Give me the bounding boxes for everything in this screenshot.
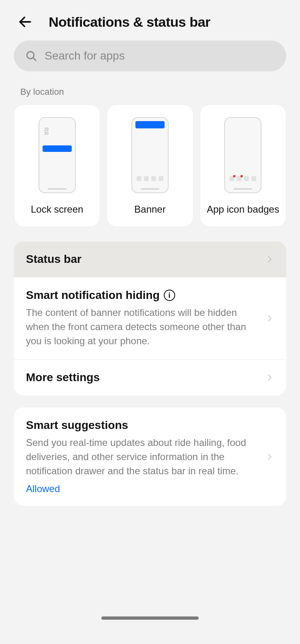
page-title: Notifications & status bar bbox=[49, 14, 210, 30]
card-title: Lock screen bbox=[31, 204, 83, 215]
search-bar[interactable] bbox=[14, 41, 286, 71]
svg-line-2 bbox=[33, 58, 36, 61]
phone-preview-badges bbox=[224, 117, 261, 193]
preview-clock-m: 30 bbox=[44, 131, 49, 136]
card-app-icon-badges[interactable]: App icon badges bbox=[200, 104, 286, 227]
row-status: Allowed bbox=[26, 483, 259, 495]
info-icon[interactable]: i bbox=[164, 290, 175, 301]
row-more-settings[interactable]: More settings bbox=[14, 359, 286, 395]
row-description: Send you real-time updates about ride ha… bbox=[26, 436, 259, 478]
row-title: More settings bbox=[26, 371, 259, 384]
row-smart-notification-hiding[interactable]: Smart notification hiding i The content … bbox=[14, 277, 286, 359]
chevron-right-icon bbox=[265, 373, 274, 382]
section-label-by-location: By location bbox=[20, 87, 300, 97]
row-status-bar[interactable]: Status bar bbox=[14, 241, 286, 277]
card-title: App icon badges bbox=[207, 204, 279, 215]
chevron-right-icon bbox=[265, 255, 274, 264]
search-input[interactable] bbox=[45, 49, 275, 62]
preview-notif-bar bbox=[43, 145, 72, 152]
row-title: Smart suggestions bbox=[26, 419, 259, 432]
settings-group-1: Status bar Smart notification hiding i T… bbox=[14, 241, 286, 395]
preview-homebar bbox=[234, 188, 252, 190]
row-description: The content of banner notifications will… bbox=[26, 306, 259, 348]
card-lock-screen[interactable]: 19 30 Lock screen bbox=[14, 104, 100, 227]
card-title: Banner bbox=[134, 204, 165, 215]
card-banner[interactable]: Banner bbox=[107, 104, 193, 227]
badge-dot-icon bbox=[240, 175, 243, 177]
preview-icon-row bbox=[225, 176, 261, 181]
location-cards-row: 19 30 Lock screen Banner A bbox=[0, 104, 300, 241]
row-title-text: Smart notification hiding bbox=[26, 289, 160, 302]
settings-group-2: Smart suggestions Send you real-time upd… bbox=[14, 407, 286, 505]
phone-preview-banner bbox=[131, 117, 169, 193]
preview-homebar bbox=[48, 188, 66, 190]
search-icon bbox=[25, 50, 37, 62]
badge-dot-icon bbox=[233, 175, 236, 177]
back-button[interactable] bbox=[16, 13, 34, 31]
preview-homebar bbox=[141, 188, 159, 190]
phone-preview-lock: 19 30 bbox=[39, 117, 76, 193]
page-header: Notifications & status bar bbox=[0, 0, 300, 41]
preview-clock: 19 30 bbox=[44, 128, 49, 136]
row-title: Smart notification hiding i bbox=[26, 289, 259, 302]
gesture-bar bbox=[101, 616, 199, 620]
preview-banner-bar bbox=[135, 121, 165, 128]
arrow-left-icon bbox=[17, 14, 33, 30]
chevron-right-icon bbox=[265, 314, 274, 323]
chevron-right-icon bbox=[265, 452, 274, 461]
row-title: Status bar bbox=[26, 253, 259, 266]
row-smart-suggestions[interactable]: Smart suggestions Send you real-time upd… bbox=[14, 407, 286, 505]
preview-icon-row bbox=[132, 176, 168, 181]
